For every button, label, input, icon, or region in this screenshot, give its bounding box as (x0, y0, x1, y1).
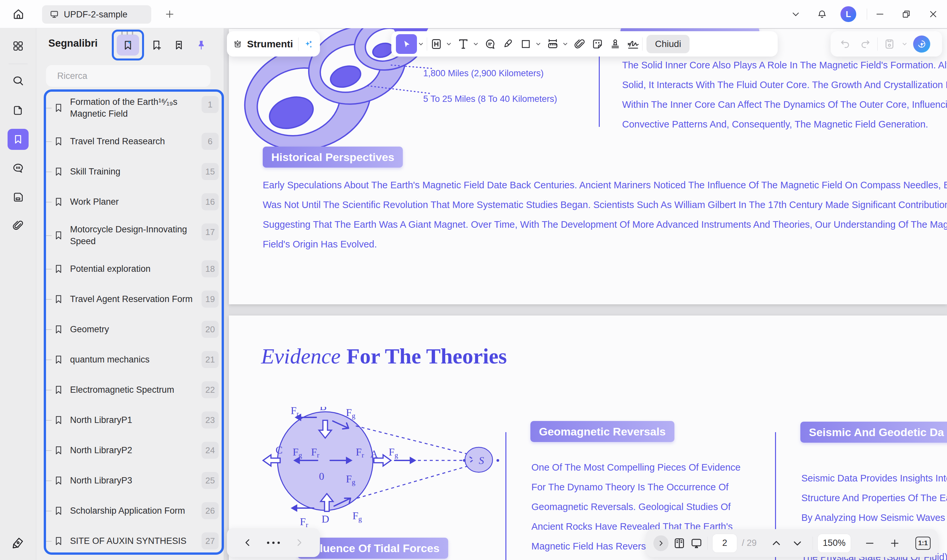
bookmark-list-item[interactable]: Geometry 20 (44, 314, 223, 345)
bookmark-list-item[interactable]: Travel Trend Reasearch 6 (44, 126, 223, 157)
window-menu-button[interactable] (788, 6, 804, 22)
prev-page-button[interactable] (243, 538, 253, 548)
bookmark-list-item[interactable]: Travel Agent Reservation Form 19 (44, 284, 223, 314)
bookmark-icon (54, 325, 65, 334)
text-tool-button[interactable] (455, 35, 472, 53)
remove-bookmark-button[interactable] (169, 35, 188, 55)
bookmark-list-item[interactable]: Scholarship Application Form 26 (44, 495, 223, 526)
pdf-text-line: Geomagnetic Reversals. Geological Studie… (531, 497, 741, 517)
apps-grid-button[interactable] (8, 35, 29, 57)
chevron-down-icon (791, 9, 800, 19)
bookmark-list-item[interactable]: AI 文档3 28 (44, 556, 223, 560)
search-tool-button[interactable] (8, 70, 29, 91)
shapes-tool-button[interactable] (517, 35, 534, 53)
ruler-icon (547, 38, 559, 50)
attachments-panel-button[interactable] (8, 215, 29, 236)
pdf-text-line: Early Speculations About The Earth's Mag… (263, 175, 947, 195)
bell-icon (817, 9, 827, 19)
chevron-left-icon (243, 538, 253, 548)
new-tab-button[interactable] (162, 6, 177, 22)
comment-bubble-icon (484, 38, 496, 50)
ai-bookmark-button[interactable] (117, 34, 139, 55)
divider (877, 37, 878, 51)
ai-assistant-button[interactable] (913, 35, 930, 52)
bookmark-list-item[interactable]: Formation of the Earth¹⁶⁄₁₉s Magnetic Fi… (44, 89, 223, 126)
next-page-chevron[interactable] (792, 538, 803, 549)
pages-panel-button[interactable] (8, 100, 29, 121)
presentation-mode-button[interactable] (690, 537, 703, 549)
bookmark-page-badge: 25 (202, 472, 219, 489)
zoom-level-box[interactable]: 150% (818, 534, 851, 553)
measure-tool-dropdown[interactable] (562, 35, 570, 53)
save-dropdown[interactable] (901, 35, 910, 53)
restore-button[interactable] (898, 6, 914, 22)
undo-button[interactable] (836, 35, 854, 53)
more-pages-button[interactable] (267, 542, 280, 544)
bookmark-list-item[interactable]: quantum mechanics 21 (44, 345, 223, 375)
pdf-text-line: One Of The Most Compelling Pieces Of Evi… (531, 457, 741, 477)
thumbnails-panel-button[interactable] (8, 187, 29, 208)
highlighter-tool-button[interactable] (499, 35, 517, 53)
bookmark-list-item[interactable]: Skill Training 15 (44, 157, 223, 187)
page-thumbnail-icon (12, 191, 24, 203)
bookmark-list-item[interactable]: North LibraryP1 23 (44, 405, 223, 435)
svg-text:A: A (370, 448, 378, 460)
redo-button[interactable] (857, 35, 874, 53)
text-tool-dropdown[interactable] (473, 35, 481, 53)
attach-tool-button[interactable] (571, 35, 588, 53)
bookmarks-panel-button[interactable] (8, 129, 29, 150)
bookmark-list-item[interactable]: Work Planer 16 (44, 187, 223, 217)
document-tab[interactable]: UPDF-2-sample (42, 5, 151, 24)
zoom-in-button[interactable] (890, 538, 900, 548)
comments-panel-button[interactable] (8, 158, 29, 179)
measure-label-525: 5 To 25 Miles (8 To 40 Kilometers) (423, 94, 557, 104)
bookmark-page-badge: 22 (202, 381, 219, 398)
bookmark-icon (54, 103, 65, 113)
actual-size-button[interactable]: 1:1 (915, 537, 930, 550)
bookmark-list-item[interactable]: Electromagnetic Spectrum 22 (44, 375, 223, 405)
home-button[interactable] (10, 6, 27, 23)
measure-tool-button[interactable] (544, 35, 561, 53)
updf-app-window: 800 Miles (1,300 Kilometers) 1,800 Miles… (0, 0, 947, 560)
heading-tool-button[interactable] (428, 35, 445, 53)
account-avatar[interactable]: L (841, 6, 856, 22)
minimize-button[interactable] (872, 6, 888, 22)
select-tool-button[interactable] (396, 34, 417, 54)
close-tools-button[interactable]: Chiudi (647, 35, 690, 53)
tidal-heading: Influence Of Tidal Forces (297, 538, 448, 559)
svg-text:Fr: Fr (300, 515, 308, 529)
seismic-heading: Seismic And Geodetic Da (800, 422, 947, 443)
bookmark-list-item[interactable]: Motorcycle Design-Innovating Speed 17 (44, 217, 223, 254)
bookmark-list-item[interactable]: North LibraryP3 25 (44, 465, 223, 495)
signature-tool-button[interactable] (624, 35, 642, 53)
pdf-text-line: Convective Patterns And, Consequently, T… (622, 114, 947, 134)
page-number-input[interactable] (712, 538, 737, 548)
reading-mode-button[interactable] (673, 537, 685, 549)
next-page-button[interactable] (294, 538, 304, 548)
sticker-tool-button[interactable] (589, 35, 606, 53)
bookmark-list-item[interactable]: Potential exploration 18 (44, 254, 223, 284)
svg-text:0: 0 (319, 470, 324, 482)
shapes-tool-dropdown[interactable] (535, 35, 544, 53)
bookmark-icon (54, 445, 65, 455)
save-button[interactable] (881, 35, 898, 53)
historical-heading: Historical Perspectives (263, 146, 403, 168)
close-button[interactable] (925, 6, 941, 22)
add-bookmark-button[interactable] (147, 35, 166, 55)
stamp-tool-button[interactable] (607, 35, 624, 53)
geomagnetic-heading: Geomagnetic Reversals (530, 421, 674, 442)
expand-bar-button[interactable] (653, 535, 668, 551)
notifications-button[interactable] (814, 6, 830, 22)
bookmark-list-item[interactable]: SITE OF AUXIN SYNTHESIS 27 (44, 526, 223, 556)
bookmark-list-item[interactable]: North LibraryP2 24 (44, 435, 223, 465)
tools-label[interactable]: Strumenti (247, 38, 293, 50)
zoom-out-button[interactable] (865, 538, 875, 548)
heading-tool-dropdown[interactable] (445, 35, 454, 53)
select-tool-dropdown[interactable] (417, 35, 426, 53)
previous-page-chevron[interactable] (771, 538, 782, 549)
comment-tool-button[interactable] (482, 35, 499, 53)
pin-panel-button[interactable] (192, 35, 211, 55)
ai-sparkles-icon[interactable] (304, 37, 313, 51)
bookmark-search-input[interactable] (46, 65, 211, 87)
presentation-icon (690, 537, 703, 549)
